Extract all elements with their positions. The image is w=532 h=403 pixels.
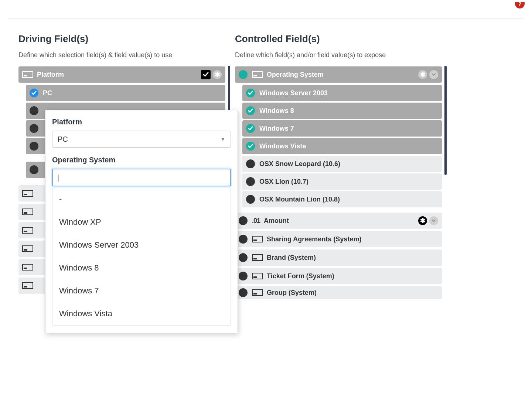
controlled-field-row[interactable]: Group (System)	[235, 286, 442, 299]
dot-icon	[239, 253, 248, 262]
dropdown-field-icon	[252, 289, 263, 296]
required-asterisk-icon: ✱	[213, 70, 222, 79]
controlled-scrollbar[interactable]	[444, 66, 447, 175]
popup-platform-value: PC	[58, 135, 68, 144]
os-value-label: OSX Mountain Lion (10.8)	[259, 196, 438, 203]
dropdown-field-icon	[22, 227, 33, 234]
controlled-field-row[interactable]: Ticket Form (System)	[235, 268, 442, 284]
os-label: Operating System	[267, 71, 418, 79]
dropdown-field-icon	[22, 282, 33, 289]
dot-icon	[30, 106, 38, 115]
dropdown-field-icon	[22, 71, 33, 78]
popup-platform-label: Platform	[52, 118, 231, 126]
dot-icon	[239, 70, 248, 79]
chevron-down-icon[interactable]	[429, 216, 438, 225]
dot-icon	[246, 159, 255, 168]
popup-os-option[interactable]: Windows 7	[52, 279, 231, 302]
pc-label: PC	[43, 89, 222, 97]
required-asterisk-icon: ✱	[418, 216, 427, 225]
chevron-down-icon[interactable]	[429, 70, 438, 79]
controlled-field-amount[interactable]: .01 Amount ✱	[235, 213, 442, 229]
check-icon	[246, 89, 255, 97]
dot-icon	[239, 288, 248, 297]
popup-os-option[interactable]: -	[52, 188, 231, 211]
dot-icon	[30, 165, 38, 174]
dropdown-field-icon	[252, 236, 263, 242]
dot-icon	[239, 216, 248, 225]
dropdown-field-icon	[22, 209, 33, 215]
check-icon	[246, 142, 255, 151]
decimal-field-icon: .01	[252, 217, 260, 225]
driving-subtitle: Define which selection field(s) & field …	[18, 51, 225, 59]
check-icon	[246, 106, 255, 115]
os-value-label: OSX Snow Leopard (10.6)	[259, 160, 438, 168]
field-label: Sharing Agreements (System)	[267, 235, 438, 243]
popup-os-options: - Window XP Windows Server 2003 Windows …	[52, 188, 231, 326]
controlled-panel: Controlled Field(s) Define which field(s…	[235, 33, 442, 299]
driving-title: Driving Field(s)	[18, 33, 225, 45]
dot-icon	[239, 272, 248, 280]
platform-label: Platform	[37, 71, 201, 79]
os-value-row[interactable]: Windows 7	[242, 120, 442, 137]
os-value-label: Windows 7	[259, 125, 438, 132]
controlled-field-row[interactable]: Sharing Agreements (System)	[235, 231, 442, 247]
os-value-row[interactable]: OSX Lion (10.7)	[242, 173, 442, 190]
dropdown-field-icon	[252, 71, 263, 78]
os-value-label: Windows 8	[259, 107, 438, 115]
os-value-row[interactable]: OSX Snow Leopard (10.6)	[242, 156, 442, 172]
dropdown-field-icon	[252, 254, 263, 261]
dropdown-field-icon	[22, 245, 33, 252]
field-label: Group (System)	[267, 289, 438, 297]
os-value-row[interactable]: Windows Server 2003	[242, 85, 442, 101]
popup-os-option[interactable]: Windows Server 2003	[52, 234, 231, 256]
dot-icon	[30, 124, 38, 133]
dropdown-field-icon	[252, 273, 263, 279]
dot-icon	[30, 142, 38, 151]
os-value-label: Windows Vista	[259, 142, 438, 150]
dropdown-field-icon	[22, 190, 33, 197]
os-value-label: OSX Lion (10.7)	[259, 178, 438, 186]
controlled-field-os-header[interactable]: Operating System ✱	[235, 66, 442, 83]
dropdown-field-icon	[22, 264, 33, 271]
dot-icon	[239, 235, 248, 244]
driving-field-platform-header[interactable]: Platform ✱	[18, 66, 225, 83]
os-value-row[interactable]: Windows 8	[242, 103, 442, 119]
popup-os-label: Operating System	[52, 156, 231, 164]
amount-label: Amount	[264, 217, 418, 225]
popup-os-option[interactable]: Window XP	[52, 211, 231, 234]
popup-os-option[interactable]: Windows Vista	[52, 302, 231, 325]
controlled-title: Controlled Field(s)	[235, 33, 442, 45]
check-icon	[246, 124, 255, 133]
controlled-subtitle: Define which field(s) and/or field value…	[235, 51, 442, 59]
field-label: Brand (System)	[267, 254, 438, 262]
filter-popup: Platform PC ▼ Operating System - Window …	[45, 110, 238, 333]
divider	[7, 18, 525, 19]
help-icon[interactable]: ?	[515, 2, 525, 8]
controlled-field-row[interactable]: Brand (System)	[235, 249, 442, 266]
dot-icon	[246, 177, 255, 186]
platform-checkbox[interactable]	[201, 70, 211, 79]
check-icon	[30, 89, 38, 97]
chevron-down-icon: ▼	[220, 136, 225, 142]
popup-os-input[interactable]	[52, 169, 231, 186]
popup-os-option[interactable]: Windows 8	[52, 256, 231, 279]
dot-icon	[246, 195, 255, 204]
field-label: Ticket Form (System)	[267, 272, 438, 280]
os-value-row[interactable]: OSX Mountain Lion (10.8)	[242, 191, 442, 207]
popup-platform-select[interactable]: PC ▼	[52, 131, 231, 148]
platform-value-pc[interactable]: PC	[26, 85, 225, 101]
os-value-label: Windows Server 2003	[259, 89, 438, 97]
required-asterisk-icon: ✱	[418, 70, 427, 79]
os-value-row[interactable]: Windows Vista	[242, 138, 442, 154]
